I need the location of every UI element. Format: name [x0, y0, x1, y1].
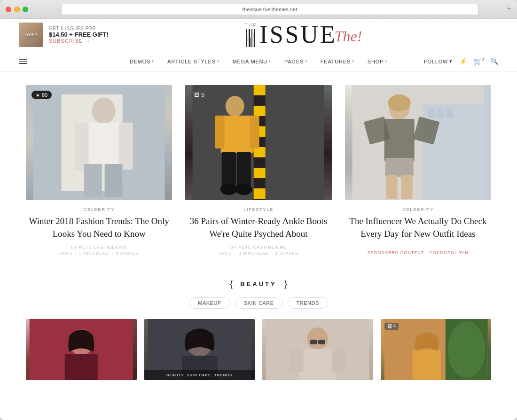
- beauty-badge-value-4: 4: [393, 324, 396, 329]
- logo-the-text: THE: [244, 23, 257, 28]
- article-card-2: 🖼 5 LIFESTYLE 36 Pairs of Winter-Ready A…: [185, 85, 331, 256]
- promo-bar: WOW! GET 6 ISSUES FOR $14.50 + FREE GIFT…: [0, 19, 517, 51]
- lightning-icon[interactable]: ⚡: [459, 57, 467, 65]
- cart-count: 0: [482, 57, 484, 62]
- svg-point-44: [307, 327, 328, 350]
- star-icon: ★: [36, 93, 40, 98]
- svg-rect-47: [332, 349, 346, 372]
- svg-rect-31: [384, 119, 414, 161]
- beauty-image-3[interactable]: [262, 319, 373, 380]
- close-button[interactable]: [6, 7, 11, 12]
- hamburger-menu[interactable]: [19, 59, 27, 64]
- article-badge-2: 🖼 5: [191, 91, 207, 99]
- chevron-down-icon: ▾: [305, 59, 307, 63]
- promo-price-label: $14.50 + FREE GIFT!: [49, 31, 109, 38]
- chevron-down-icon: ▾: [217, 59, 219, 63]
- svg-rect-39: [65, 354, 98, 380]
- badge-value-1: 80: [42, 92, 47, 98]
- svg-point-23: [235, 184, 252, 195]
- close-brace-icon: }: [283, 279, 289, 289]
- section-header-beauty: { BEAUTY }: [26, 279, 491, 289]
- svg-rect-49: [318, 340, 325, 344]
- url-text: theissue.fuelthemes.net: [243, 7, 297, 12]
- nav-article-styles-label: ARTICLE STYLES: [167, 59, 216, 64]
- article-image-1[interactable]: ★ 80: [26, 85, 172, 200]
- nav-item-features[interactable]: FEATURES ▾: [314, 51, 361, 72]
- fullscreen-button[interactable]: [23, 7, 28, 12]
- svg-rect-7: [105, 164, 123, 197]
- chevron-down-icon: ▾: [269, 59, 271, 63]
- beauty-image-2[interactable]: BEAUTY, SKIN CARE, TRENDS: [144, 319, 255, 380]
- svg-rect-17: [221, 116, 254, 153]
- beauty-image-4[interactable]: 🖼 4: [381, 319, 492, 380]
- byline-label-2: BY PETE CASTIGLIONE: [230, 245, 287, 249]
- svg-rect-36: [401, 175, 412, 199]
- svg-rect-5: [119, 123, 133, 170]
- barcode-decoration: [246, 28, 255, 47]
- article-title-3[interactable]: The Influencer We Actually Do Check Ever…: [345, 215, 491, 240]
- traffic-lights: [6, 7, 28, 12]
- article-read-time-1: 3 MINS READ: [79, 251, 109, 256]
- beauty-image-1[interactable]: [26, 319, 137, 380]
- article-illustration-2: [185, 85, 331, 200]
- beauty-card-grid: BEAUTY, SKIN CARE, TRENDS: [26, 319, 491, 380]
- nav-item-article-styles[interactable]: ARTICLE STYLES ▾: [161, 51, 226, 72]
- svg-rect-28: [446, 109, 453, 118]
- beauty-card-3: [262, 319, 373, 380]
- nav-item-pages[interactable]: PAGES ▾: [278, 51, 314, 72]
- article-grid: ★ 80 CELEBRITY Winter 2018 Fashion Trend…: [0, 72, 517, 269]
- byline-label-1: BY PETE CASTIGLIONE: [71, 245, 127, 249]
- browser-body: WOW! GET 6 ISSUES FOR $14.50 + FREE GIFT…: [0, 19, 517, 420]
- article-info-1: JAN 2 · 3 MINS READ · 0 SHARES: [26, 251, 172, 256]
- article-category-3: CELEBRITY: [345, 207, 491, 212]
- nav-follow-label: FOLLOW: [424, 59, 448, 64]
- section-line-left: [26, 284, 225, 284]
- beauty-overlay-text: BEAUTY, SKIN CARE, TRENDS: [144, 370, 255, 380]
- article-title-1[interactable]: Winter 2018 Fashion Trends: The Only Loo…: [26, 215, 172, 240]
- address-bar[interactable]: theissue.fuelthemes.net: [61, 4, 478, 15]
- minimize-button[interactable]: [14, 7, 20, 12]
- filter-makeup[interactable]: MAKEUP: [189, 297, 230, 309]
- main-nav: DEMOS ▾ ARTICLE STYLES ▾ MEGA MENU ▾ PAG…: [0, 51, 517, 72]
- promo-get-label: GET 6 ISSUES FOR: [49, 26, 109, 31]
- svg-point-2: [92, 98, 116, 124]
- article-shares-1: 0 SHARES: [116, 251, 139, 256]
- nav-item-shop[interactable]: SHOP ▾: [361, 51, 394, 72]
- article-tag-cosmo[interactable]: COSMOPOLITAN: [426, 250, 469, 255]
- nav-item-demos[interactable]: DEMOS ▾: [123, 51, 161, 72]
- search-icon[interactable]: 🔍: [490, 57, 498, 65]
- article-title-2[interactable]: 36 Pairs of Winter-Ready Ankle Boots We'…: [185, 215, 331, 240]
- svg-rect-13: [254, 147, 266, 157]
- svg-rect-55: [412, 350, 440, 380]
- article-image-2[interactable]: 🖼 5: [185, 85, 331, 200]
- svg-rect-27: [437, 109, 444, 118]
- article-tag-sponsored[interactable]: SPONSORED CONTENT: [368, 250, 424, 255]
- article-tags-3: SPONSORED CONTENT COSMOPOLITAN: [345, 248, 491, 256]
- image-icon: 🖼: [387, 324, 392, 329]
- svg-point-30: [388, 94, 410, 111]
- svg-point-16: [226, 96, 244, 117]
- filter-trends[interactable]: TRENDS: [288, 297, 328, 309]
- svg-rect-25: [423, 104, 484, 200]
- svg-rect-15: [254, 188, 266, 199]
- svg-rect-14: [254, 168, 266, 178]
- nav-right-actions: FOLLOW ▾ ⚡ 🛒0 🔍: [424, 57, 498, 65]
- article-image-3[interactable]: [345, 85, 491, 200]
- svg-rect-34: [385, 158, 413, 177]
- nav-item-mega-menu[interactable]: MEGA MENU ▾: [226, 51, 278, 72]
- logo-main-text: ISSUE: [259, 23, 337, 47]
- new-tab-button[interactable]: +: [507, 4, 511, 14]
- promo-text-block: GET 6 ISSUES FOR $14.50 + FREE GIFT! SUB…: [49, 26, 109, 44]
- nav-shop-label: SHOP: [368, 59, 384, 64]
- filter-skin-care[interactable]: SKIN CARE: [235, 297, 283, 309]
- nav-features-label: FEATURES: [321, 59, 351, 64]
- promo-subscribe-link[interactable]: SUBSCRIBE →: [49, 38, 109, 44]
- nav-mega-menu-label: MEGA MENU: [233, 59, 267, 64]
- article-category-2: LIFESTYLE: [185, 207, 331, 212]
- logo-script-text: The!: [335, 28, 362, 45]
- cart-icon[interactable]: 🛒0: [474, 57, 484, 65]
- chevron-down-icon: ▾: [352, 59, 354, 63]
- svg-rect-35: [386, 175, 397, 199]
- nav-follow[interactable]: FOLLOW ▾: [424, 58, 453, 64]
- site-logo[interactable]: THE ISSUE The!: [244, 23, 362, 47]
